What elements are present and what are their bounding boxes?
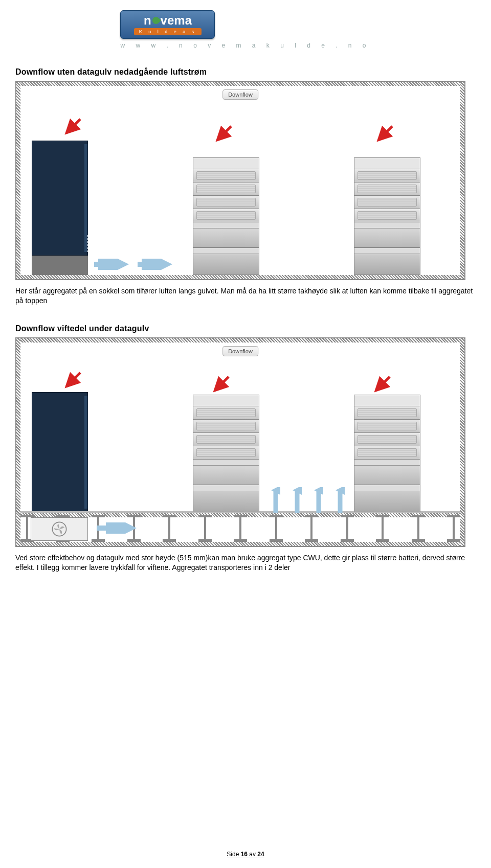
logo-url: w w w . n o v e m a k u l d e . n o bbox=[120, 42, 370, 49]
ac-unit bbox=[32, 141, 88, 256]
return-arrow-icon bbox=[211, 374, 231, 395]
logo-text: n bbox=[144, 14, 151, 27]
return-arrow-icon bbox=[62, 370, 83, 391]
footer-mid: av bbox=[248, 851, 257, 858]
svg-line-0 bbox=[66, 119, 80, 133]
svg-line-6 bbox=[215, 377, 229, 391]
supply-arrow-icon bbox=[93, 259, 129, 270]
logo-text: vema bbox=[161, 14, 192, 27]
svg-line-5 bbox=[66, 373, 80, 386]
server-rack bbox=[354, 157, 420, 275]
section-heading-2: Downflow viftedel under datagulv bbox=[15, 324, 476, 333]
section-heading-1: Downflow uten datagulv nedadgående lufts… bbox=[15, 67, 476, 77]
supply-arrow-icon bbox=[137, 259, 172, 270]
diagram-downflow-raised-floor: Downflow bbox=[15, 337, 465, 547]
plinth bbox=[32, 256, 88, 275]
logo: n vema K u l d e a s w w w . n o v e m a… bbox=[120, 10, 370, 49]
logo-subtitle: K u l d e a s bbox=[134, 28, 202, 35]
server-rack bbox=[354, 395, 420, 512]
diagram-mode-label: Downflow bbox=[222, 89, 258, 100]
ac-unit bbox=[32, 392, 88, 512]
supply-arrow-icon bbox=[96, 522, 137, 534]
svg-line-1 bbox=[217, 126, 231, 140]
footer-total: 24 bbox=[257, 851, 264, 858]
floor-vent-arrow-icon bbox=[293, 487, 302, 515]
svg-line-7 bbox=[376, 377, 390, 391]
floor-vent-arrow-icon bbox=[314, 487, 323, 515]
floor-vent-arrow-icon bbox=[336, 487, 345, 515]
fan-icon bbox=[51, 520, 68, 538]
server-rack bbox=[193, 395, 259, 512]
diagram-downflow-no-floor: Downflow bbox=[15, 81, 465, 280]
page-header: n vema K u l d e a s w w w . n o v e m a… bbox=[0, 0, 491, 49]
return-arrow-icon bbox=[372, 374, 392, 395]
return-arrow-icon bbox=[374, 124, 395, 144]
page-footer: Side 16 av 24 bbox=[0, 851, 491, 858]
server-rack bbox=[193, 157, 259, 275]
logo-brand: n vema bbox=[144, 14, 192, 27]
diagram-mode-label: Downflow bbox=[222, 346, 258, 356]
return-arrow-icon bbox=[62, 117, 83, 137]
footer-page: 16 bbox=[241, 851, 248, 858]
svg-line-2 bbox=[378, 126, 392, 140]
section-caption-2: Ved store effektbehov og datagulv med st… bbox=[15, 553, 476, 573]
floor-vent-arrow-icon bbox=[271, 487, 280, 515]
footer-prefix: Side bbox=[227, 851, 240, 858]
fan-section bbox=[31, 517, 88, 541]
leaf-icon bbox=[151, 15, 161, 26]
section-caption-1: Her står aggregatet på en sokkel som til… bbox=[15, 286, 476, 306]
return-arrow-icon bbox=[213, 124, 234, 144]
